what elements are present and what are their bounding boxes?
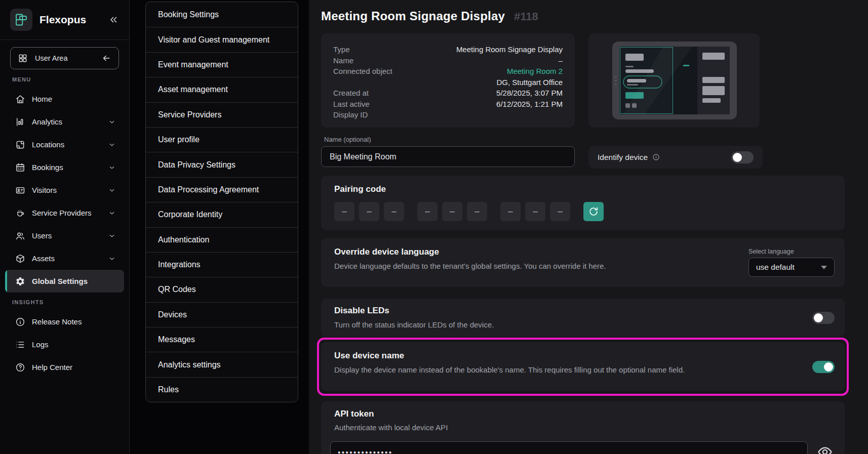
settings-menu-item-booking-settings[interactable]: Booking Settings: [146, 2, 298, 27]
sidebar-item-release-notes[interactable]: Release Notes: [5, 310, 124, 333]
info-value: DG, Stuttgart Office: [496, 78, 563, 87]
sidebar-menu: HomeAnalyticsLocationsBookingsVisitorsSe…: [0, 88, 129, 293]
disable-leds-description: Turn off the status indicator LEDs of th…: [334, 320, 832, 329]
sidebar-item-label: Assets: [32, 254, 108, 263]
pairing-digit-box: –: [384, 202, 404, 221]
brand-row: Flexopus: [0, 0, 129, 40]
flexopus-logo-icon: [10, 9, 32, 31]
reveal-token-button[interactable]: [814, 442, 836, 454]
sidebar-item-label: Home: [32, 95, 116, 103]
settings-menu-item-messages[interactable]: Messages: [146, 327, 298, 352]
sidebar-item-label: Service Providers: [32, 209, 108, 217]
main-content: Meeting Room Signage Display #118 TypeMe…: [309, 0, 868, 454]
brand-name: Flexopus: [40, 14, 108, 26]
page-header: Meeting Room Signage Display #118: [321, 9, 538, 23]
pairing-code-title: Pairing code: [334, 184, 832, 194]
grid-icon: [18, 53, 28, 63]
sidebar-item-assets[interactable]: Assets: [5, 247, 124, 270]
sidebar-item-home[interactable]: Home: [5, 88, 124, 110]
language-selected-value: use default: [756, 263, 795, 272]
gear-icon: [15, 276, 25, 286]
settings-menu-item-service-providers[interactable]: Service Providers: [146, 102, 298, 127]
info-icon[interactable]: [652, 153, 660, 161]
info-label: Connected object: [333, 67, 392, 75]
chevron-down-icon: [108, 118, 116, 126]
api-token-title: API token: [334, 409, 832, 419]
refresh-pairing-code-button[interactable]: [583, 202, 604, 221]
sidebar-item-service-providers[interactable]: Service Providers: [5, 201, 124, 224]
disable-leds-toggle[interactable]: [812, 312, 835, 324]
identify-device-toggle[interactable]: [731, 151, 754, 163]
workspace-switcher-user-area[interactable]: User Area: [10, 47, 119, 69]
sidebar-item-global-settings[interactable]: Global Settings: [5, 270, 124, 293]
settings-menu-item-integrations[interactable]: Integrations: [146, 252, 298, 277]
insights-section-label: INSIGHTS: [12, 299, 129, 305]
info-label: Type: [333, 45, 350, 54]
device-number: #118: [514, 10, 538, 23]
settings-menu-column: Booking SettingsVisitor and Guest manage…: [130, 0, 309, 454]
identify-device-panel: Identify device: [588, 146, 763, 169]
sidebar-item-label: Logs: [32, 340, 116, 349]
assets-icon: [15, 254, 25, 264]
sidebar-item-label: Release Notes: [32, 317, 116, 326]
logo-glyph-icon: [14, 13, 28, 27]
chevron-down-icon: [108, 163, 116, 172]
sidebar-item-visitors[interactable]: Visitors: [5, 179, 124, 201]
info-value: Meeting Room Signage Display: [456, 45, 563, 54]
sidebar-item-locations[interactable]: Locations: [5, 133, 124, 156]
settings-menu-item-user-profile[interactable]: User profile: [146, 127, 298, 152]
chevron-down-icon: [108, 232, 116, 240]
device-name-input[interactable]: [321, 146, 575, 167]
language-select[interactable]: use default: [748, 258, 835, 277]
pairing-digit-box: –: [500, 202, 521, 221]
pairing-digit-box: –: [334, 202, 354, 221]
app-window: Flexopus User Area MENU HomeAnalyticsLoc…: [0, 0, 868, 454]
use-device-name-toggle[interactable]: [812, 361, 835, 373]
sidebar-item-analytics[interactable]: Analytics: [5, 110, 124, 133]
api-token-row: [330, 441, 836, 454]
chevron-down-icon: [108, 186, 116, 194]
api-token-input[interactable]: [330, 441, 808, 454]
sidebar-item-label: Locations: [32, 140, 108, 149]
dropdown-arrow-icon: [821, 266, 827, 269]
sidebar-item-users[interactable]: Users: [5, 224, 124, 247]
name-field-label: Name (optional): [324, 136, 371, 143]
settings-menu-item-rules[interactable]: Rules: [146, 377, 298, 402]
select-language-label: Select language: [748, 248, 835, 255]
locations-icon: [15, 140, 25, 150]
api-token-section: API token Authenticate with local device…: [321, 401, 845, 454]
settings-menu-item-devices[interactable]: Devices: [146, 302, 298, 327]
settings-menu-item-data-privacy-settings[interactable]: Data Privacy Settings: [146, 152, 298, 177]
pairing-digit-box: –: [442, 202, 462, 221]
sidebar-item-bookings[interactable]: Bookings: [5, 156, 124, 179]
pairing-code-row: –––––––––: [334, 202, 832, 221]
settings-menu-item-asset-management[interactable]: Asset management: [146, 77, 298, 102]
chevron-down-icon: [108, 209, 116, 217]
use-device-name-section: Use device name Display the device name …: [321, 342, 845, 391]
info-row: Created at5/28/2025, 3:07 PM: [333, 88, 563, 99]
settings-menu-item-data-processing-agreement[interactable]: Data Processing Agreement: [146, 177, 298, 202]
use-device-name-description: Display the device name instead of the b…: [334, 365, 832, 374]
info-row: Connected objectMeeting Room 2: [333, 66, 563, 77]
sidebar-item-help-center[interactable]: Help Center: [5, 356, 124, 379]
users-icon: [15, 231, 25, 241]
sidebar-item-label: Analytics: [32, 117, 108, 126]
pairing-digit-box: –: [359, 202, 379, 221]
sidebar-item-logs[interactable]: Logs: [5, 333, 124, 356]
settings-menu-item-corporate-identity[interactable]: Corporate Identity: [146, 202, 298, 227]
settings-menu-item-event-management[interactable]: Event management: [146, 52, 298, 77]
pairing-code-section: Pairing code –––––––––: [321, 176, 845, 230]
settings-menu-item-visitor-and-guest-management[interactable]: Visitor and Guest management: [146, 27, 298, 52]
chevron-down-icon: [108, 255, 116, 263]
settings-menu-item-qr-codes[interactable]: QR Codes: [146, 277, 298, 302]
settings-menu-item-authentication[interactable]: Authentication: [146, 227, 298, 252]
workspace-label: User Area: [35, 54, 101, 62]
logs-icon: [15, 340, 25, 350]
info-value: 5/28/2025, 3:07 PM: [496, 89, 563, 97]
settings-menu-item-analytics-settings[interactable]: Analytics settings: [146, 352, 298, 377]
refresh-icon: [588, 206, 599, 217]
api-token-description: Authenticate with local device API: [334, 423, 832, 432]
connected-object-link[interactable]: Meeting Room 2: [507, 67, 563, 75]
pairing-digit-box: –: [467, 202, 487, 221]
collapse-sidebar-icon[interactable]: [108, 14, 119, 25]
